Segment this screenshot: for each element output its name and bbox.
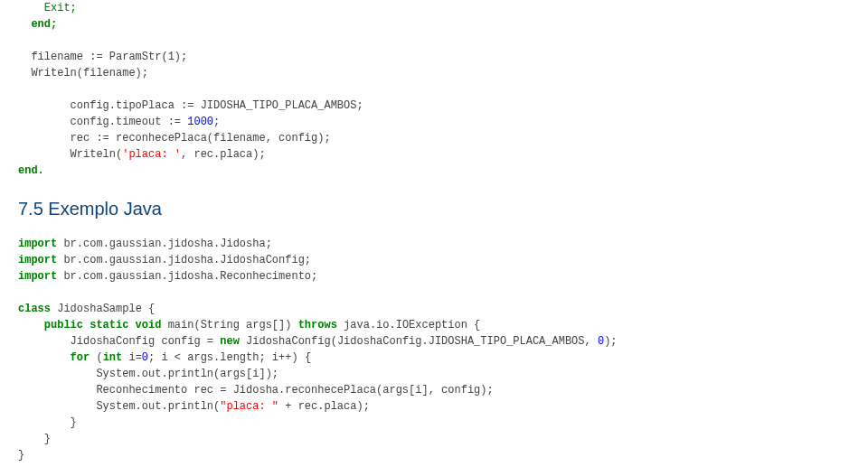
code-text: ;: [213, 116, 220, 128]
code-line: end;: [18, 18, 57, 31]
code-number: 1000: [187, 116, 213, 128]
code-line: }: [18, 433, 51, 445]
code-text: JidoshaConfig(JidoshaConfig.JIDOSHA_TIPO…: [240, 335, 598, 348]
java-code-block: import br.com.gaussian.jidosha.Jidosha; …: [18, 236, 850, 463]
code-keyword: import: [18, 254, 57, 266]
code-text: + rec.placa);: [278, 400, 370, 413]
code-keyword: public static void: [18, 319, 161, 331]
code-line: Reconhecimento rec = Jidosha.reconhecePl…: [18, 384, 494, 397]
code-text: filename := ParamStr(1);: [18, 51, 187, 63]
code-line: Exit;: [18, 2, 77, 14]
code-string: "placa: ": [220, 400, 278, 413]
code-line: Writeln(: [18, 148, 122, 161]
code-text: );: [604, 335, 617, 348]
code-string: 'placa: ': [122, 148, 181, 161]
code-number: 0: [142, 351, 148, 364]
code-text: ; i < args.length; i++) {: [148, 351, 311, 364]
code-keyword: throws: [298, 319, 337, 331]
code-line: }: [18, 449, 24, 462]
code-line: Writeln(filename);: [18, 67, 148, 79]
code-text: JidoshaSample {: [51, 303, 155, 315]
code-keyword: new: [220, 335, 240, 348]
code-text: br.com.gaussian.jidosha.JidoshaConfig;: [57, 254, 311, 266]
code-keyword: int: [103, 351, 123, 364]
code-line: System.out.println(args[i]);: [18, 368, 278, 380]
code-line: }: [18, 416, 77, 429]
code-line: config.timeout :=: [18, 116, 187, 128]
code-line: config.tipoPlaca := JIDOSHA_TIPO_PLACA_A…: [18, 99, 363, 112]
code-line: filename := ParamStr(1);: [18, 51, 187, 63]
code-text: br.com.gaussian.jidosha.Reconhecimento;: [57, 270, 317, 283]
code-line: end.: [18, 164, 44, 177]
code-keyword: import: [18, 238, 57, 250]
section-heading: 7.5 Exemplo Java: [18, 199, 850, 219]
code-text: br.com.gaussian.jidosha.Jidosha;: [57, 238, 272, 250]
code-text: java.io.IOException {: [337, 319, 480, 331]
pascal-code-block: Exit; end; filename := ParamStr(1); Writ…: [18, 0, 850, 179]
code-text: JidoshaConfig config =: [18, 335, 220, 348]
code-text: , rec.placa);: [181, 148, 266, 161]
code-text: main(String args[]): [161, 319, 297, 331]
code-text: System.out.println(: [18, 400, 220, 413]
code-text: (: [90, 351, 102, 364]
code-keyword: for: [18, 351, 90, 364]
page: Exit; end; filename := ParamStr(1); Writ…: [0, 0, 868, 476]
code-text: i=: [122, 351, 142, 364]
code-keyword: import: [18, 270, 57, 283]
code-keyword: class: [18, 303, 51, 315]
code-line: rec := reconhecePlaca(filename, config);: [18, 132, 331, 145]
